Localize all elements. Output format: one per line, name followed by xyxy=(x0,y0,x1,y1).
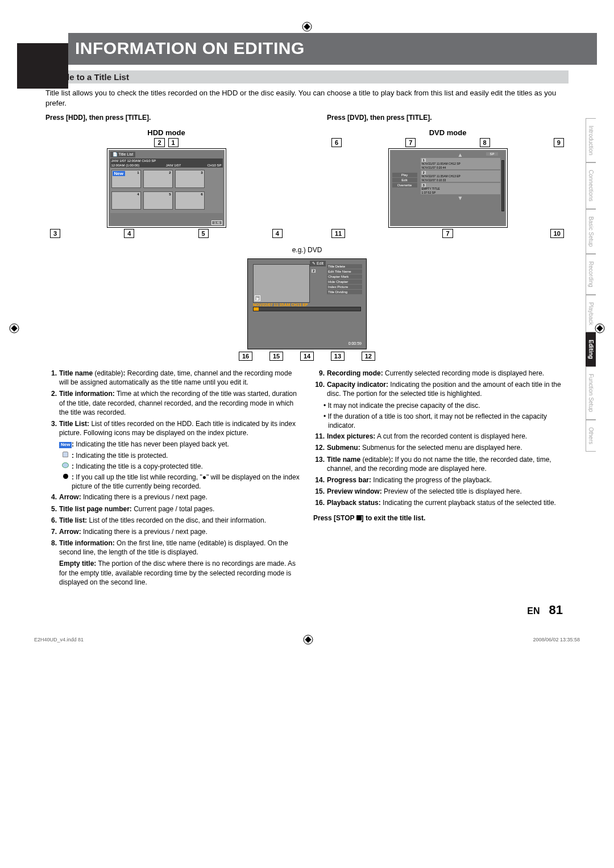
thumbnail: 6 xyxy=(175,191,205,210)
dvd-mode-label: DVD mode xyxy=(327,128,569,137)
icon-sub-item: : Indicating the title is protected. xyxy=(59,451,301,460)
sp-badge: SP xyxy=(486,152,497,156)
list-item: 7.Arrow: Indicating there is a previous … xyxy=(45,527,301,536)
hdd-line2b: JAN/ 1/07 xyxy=(166,164,181,167)
thumbnail: New1 xyxy=(111,170,141,188)
callout-box: 12 xyxy=(362,352,375,361)
lock-icon xyxy=(63,452,68,457)
page-number: EN81 xyxy=(17,603,563,617)
icon-sub-item: New: Indicating the title has never been… xyxy=(59,440,301,449)
side-tab-others[interactable]: Others xyxy=(586,420,596,452)
dvd-title-row: 2 NOV/22/07 11:35AM CH13 EPNOV/22/07 0:1… xyxy=(421,170,500,182)
page-title: INFORMATION ON EDITING xyxy=(68,33,597,65)
empty-title-term: Empty title: xyxy=(59,560,96,567)
edit-screen-diagram: ✎ Edit ▶ 2 Title DeleteEdit Title NameCh… xyxy=(247,258,367,349)
footer: E2H40UD_v4.indd 81 2008/06/02 13:35:58 xyxy=(17,635,597,645)
list-item: 3.Title List: List of titles recorded on… xyxy=(45,419,301,437)
eg-label: e.g.) DVD xyxy=(45,246,569,254)
side-tabs: IntroductionConnectionsBasic SetupRecord… xyxy=(586,118,600,452)
capacity-bar xyxy=(501,160,504,211)
hdd-line2a: 12:00AM (1:00:00) xyxy=(111,164,140,167)
dvd-title-row: 1 NOV/21/07 11:00AM CH12 SPNOV/21/07 0:2… xyxy=(421,158,500,169)
side-tab-connections[interactable]: Connections xyxy=(586,162,596,209)
list-item: 14.Progress bar: Indicating the progress… xyxy=(313,475,569,485)
arrow-down-icon: ▼ xyxy=(421,195,500,201)
page-title-bar: INFORMATION ON EDITING xyxy=(17,33,597,65)
submenu-item: Title Dividing xyxy=(327,290,362,294)
submenu-item: Index Picture xyxy=(327,285,362,289)
svg-rect-1 xyxy=(304,23,310,30)
side-tab-introduction[interactable]: Introduction xyxy=(586,118,596,162)
side-tab-editing[interactable]: Editing xyxy=(586,332,596,366)
list-item: 11.Index pictures: A cut from the record… xyxy=(313,432,569,441)
callout-box: 7 xyxy=(405,138,416,147)
callout-box: 8 xyxy=(480,138,490,147)
bullet-item: • It may not indicate the precise capaci… xyxy=(328,401,569,410)
corner-block xyxy=(17,43,68,89)
callout-box: 5 xyxy=(198,229,209,238)
callout-box: 1 xyxy=(168,138,179,147)
submenu-item: Edit Title Name xyxy=(327,269,362,274)
thumbnail: 3 xyxy=(175,170,205,188)
hdd-screen-diagram: 📄 Title List JAN/ 1/07 12:00AM CH10 SP 1… xyxy=(107,148,226,228)
svg-rect-7 xyxy=(305,636,312,642)
side-tab-basic-setup[interactable]: Basic Setup xyxy=(586,209,596,254)
bullet-item: • If the duration of a title is too shor… xyxy=(328,412,569,430)
row3b: 1:37:52 SP xyxy=(422,191,499,195)
list-item: 8.Title information: On the first line, … xyxy=(45,539,301,557)
callout-box: 2 xyxy=(154,138,164,147)
dvd-menu-strip: PlayEditOverwrite xyxy=(392,173,417,188)
hdd-column: Press [HDD], then press [TITLE]. HDD mod… xyxy=(45,114,287,239)
record-icon xyxy=(63,474,68,479)
edit-submenu: Title DeleteEdit Title NameChapter MarkH… xyxy=(327,264,362,295)
list-item: 15.Preview window: Preview of the select… xyxy=(313,487,569,496)
page-count: 1 /6 xyxy=(211,220,222,225)
row2b: NOV/22/07 0:10:33 xyxy=(422,178,499,182)
page-lang: EN xyxy=(527,606,540,616)
side-tab-playback[interactable]: Playback xyxy=(586,295,596,333)
dvd-menu-item: Overwrite xyxy=(392,183,417,187)
title-list-header: 📄 Title List xyxy=(110,152,136,157)
list-item: 5.Title list page number: Current page /… xyxy=(45,504,301,514)
dvd-title-row: 3 EMPTY TITLE1:37:52 SP xyxy=(421,183,500,194)
list-item: Empty title: The portion of the disc whe… xyxy=(45,559,301,587)
footer-right: 2008/06/02 13:35:58 xyxy=(533,637,580,642)
list-item: 1.Title name (editable): Recording date,… xyxy=(45,369,301,387)
list-column-left: 1.Title name (editable): Recording date,… xyxy=(45,369,301,589)
title-list-header-text: Title List xyxy=(118,152,133,156)
hdd-line1: JAN/ 1/07 12:00AM CH10 SP xyxy=(110,158,223,163)
hdd-mode-label: HDD mode xyxy=(45,128,287,137)
side-tab-recording[interactable]: Recording xyxy=(586,254,596,295)
dvd-screen-diagram: ▲ SP PlayEditOverwrite 1 NOV/21/07 11:00… xyxy=(388,148,508,228)
submenu-item: Chapter Mark xyxy=(327,274,362,279)
hdd-line2: 12:00AM (1:00:00) JAN/ 1/07 CH10 SP xyxy=(110,163,223,168)
callout-box: 14 xyxy=(300,352,314,361)
row1b: NOV/21/07 0:20:44 xyxy=(422,166,499,170)
dvd-press-instruction: Press [DVD], then press [TITLE]. xyxy=(327,114,569,122)
crop-mark-icon xyxy=(302,22,312,32)
edit-index-num: 2 xyxy=(312,269,316,273)
dvd-menu-item: Play xyxy=(392,173,417,177)
callout-box: 13 xyxy=(331,352,345,361)
exit-b: ] to exit the title list. xyxy=(362,514,426,522)
edit-time: 0:00:59 xyxy=(349,341,362,345)
list-item: 6.Title list: List of the titles recorde… xyxy=(45,516,301,525)
preview-window: ▶ xyxy=(253,264,310,303)
callout-box: 16 xyxy=(239,352,252,361)
callout-box: 11 xyxy=(331,229,345,238)
thumbnail: 2 xyxy=(143,170,173,188)
list-item: 13.Title name (editable): If you do not … xyxy=(313,455,569,473)
callout-box: 15 xyxy=(269,352,283,361)
section-header: Guide to a Title List xyxy=(45,70,569,84)
row3a: EMPTY TITLE xyxy=(422,187,499,191)
callout-box: 6 xyxy=(331,138,342,147)
row2a: NOV/22/07 11:35AM CH13 EP xyxy=(422,174,499,178)
page-num: 81 xyxy=(549,603,563,617)
footer-left: E2H40UD_v4.indd 81 xyxy=(34,637,84,642)
hdd-press-instruction: Press [HDD], then press [TITLE]. xyxy=(45,114,287,122)
thumbnail: 5 xyxy=(143,191,173,210)
dvd-column: Press [DVD], then press [TITLE]. DVD mod… xyxy=(327,114,569,239)
submenu-item: Title Delete xyxy=(327,264,362,269)
side-tab-function-setup[interactable]: Function Setup xyxy=(586,366,596,419)
callout-box: 4 xyxy=(272,229,283,238)
